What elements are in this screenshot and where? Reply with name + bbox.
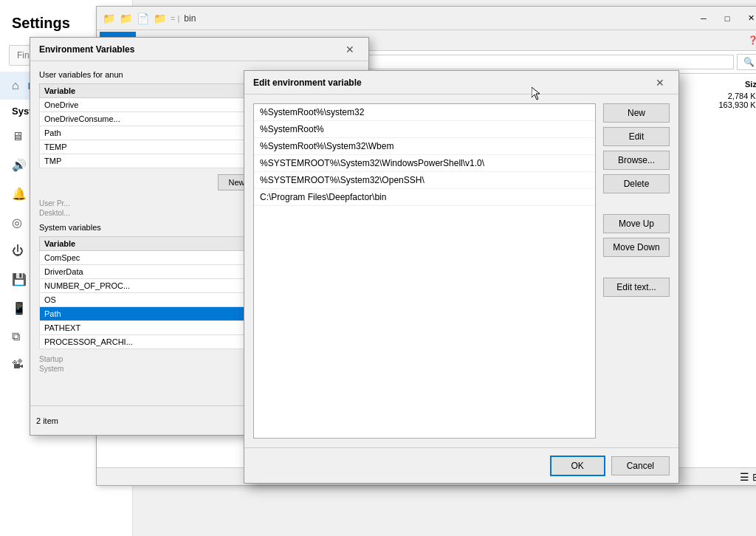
env-dialog-titlebar: Environment Variables ✕ <box>30 38 368 61</box>
focus-icon: ◎ <box>12 216 22 230</box>
close-button[interactable]: ✕ <box>740 8 756 29</box>
folder2-icon: 📁 <box>120 13 132 24</box>
edit-dialog-footer: OK Cancel <box>244 447 678 483</box>
folder-icon: 📁 <box>103 13 115 24</box>
env-item-count: 2 item <box>30 416 58 425</box>
minimize-button[interactable]: ─ <box>693 8 714 29</box>
path-list[interactable]: %SystemRoot%\system32 %SystemRoot% %Syst… <box>253 103 596 439</box>
list-item[interactable]: %SYSTEMROOT%\System32\OpenSSH\ <box>254 172 595 189</box>
edit-close-button[interactable]: ✕ <box>650 73 670 92</box>
explorer-title-separator: = | <box>171 14 179 23</box>
projecting-icon: 📽 <box>12 358 24 371</box>
help-button[interactable]: ❓ <box>742 35 756 45</box>
move-up-button[interactable]: Move Up <box>603 214 670 233</box>
spacer2 <box>603 261 670 273</box>
delete-button[interactable]: Delete <box>603 174 670 193</box>
info-icon: 📄 <box>137 13 149 24</box>
edit-env-var-dialog: Edit environment variable ✕ %SystemRoot%… <box>244 70 679 484</box>
notifications-icon: 🔔 <box>12 187 27 201</box>
size-value-1: 2,784 KB <box>719 92 757 100</box>
edit-action-buttons: New Edit Browse... Delete Move Up Move D… <box>603 103 670 439</box>
new-button[interactable]: New <box>603 103 670 123</box>
explorer-titlebar: 📁 📁 📄 📁 = | bin ─ □ ✕ <box>97 7 756 30</box>
size-column: Size 2,784 KB 163,930 KB <box>719 80 757 109</box>
move-down-button[interactable]: Move Down <box>603 238 670 257</box>
window-controls: ─ □ ✕ <box>693 8 756 29</box>
maximize-button[interactable]: □ <box>717 8 738 29</box>
view-toggle: ☰ ⊞ <box>740 471 756 483</box>
edit-dialog-titlebar: Edit environment variable ✕ <box>244 71 678 95</box>
explorer-title: bin <box>184 13 689 24</box>
details-view-button[interactable]: ☰ <box>740 471 749 483</box>
multitasking-icon: ⧉ <box>12 330 20 343</box>
edit-cancel-button[interactable]: Cancel <box>611 456 670 475</box>
edit-dialog-body: %SystemRoot%\system32 %SystemRoot% %Syst… <box>244 95 678 447</box>
size-header: Size <box>719 80 757 89</box>
display-icon: 🖥 <box>12 130 24 143</box>
env-dialog-title: Environment Variables <box>39 44 340 55</box>
edit-ok-button[interactable]: OK <box>550 456 605 476</box>
sound-icon: 🔊 <box>12 158 27 172</box>
list-item[interactable]: %SYSTEMROOT%\System32\WindowsPowerShell\… <box>254 155 595 172</box>
edit-dialog-title: Edit environment variable <box>253 78 650 88</box>
list-item[interactable]: %SystemRoot%\system32 <box>254 104 595 121</box>
tablet-icon: 📱 <box>12 301 27 315</box>
home-icon: ⌂ <box>12 79 19 92</box>
list-item[interactable]: C:\Program Files\Deepfactor\bin <box>254 189 595 206</box>
storage-icon: 💾 <box>12 272 27 286</box>
spacer <box>603 198 670 210</box>
list-item[interactable]: %SystemRoot% <box>254 121 595 138</box>
search-box[interactable]: 🔍 <box>737 54 756 70</box>
list-item[interactable]: %SystemRoot%\System32\Wbem <box>254 138 595 155</box>
browse-button[interactable]: Browse... <box>603 151 670 170</box>
env-close-button[interactable]: ✕ <box>340 40 360 59</box>
user-var-header: Variable <box>40 84 275 98</box>
tiles-view-button[interactable]: ⊞ <box>752 471 756 483</box>
size-value-2: 163,930 KB <box>719 100 757 109</box>
power-icon: ⏻ <box>12 244 24 258</box>
edit-text-button[interactable]: Edit text... <box>603 278 670 297</box>
folder3-icon: 📁 <box>154 13 166 24</box>
edit-button[interactable]: Edit <box>603 127 670 146</box>
